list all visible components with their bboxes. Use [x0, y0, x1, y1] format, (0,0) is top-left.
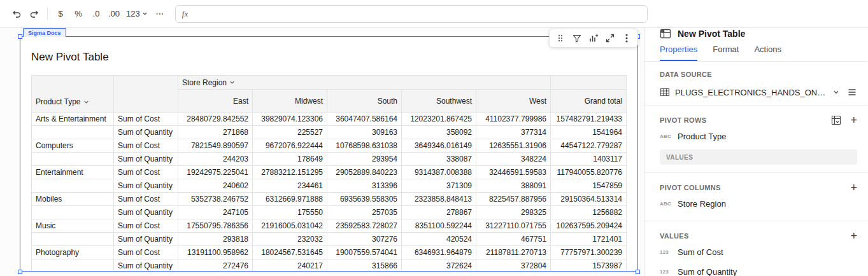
value-cell[interactable]: 102637595.209424 — [551, 219, 627, 233]
value-cell[interactable]: 12023201.867425 — [402, 113, 476, 126]
increase-decimal-button[interactable]: .00 — [105, 5, 123, 23]
row-category-cell[interactable] — [32, 179, 114, 193]
value-cell[interactable]: 13191100.958962 — [178, 246, 253, 259]
row-metric-cell[interactable]: Sum of Quantity — [114, 153, 178, 166]
chevron-down-icon[interactable] — [83, 99, 89, 105]
row-category-cell[interactable]: Mobiles — [32, 193, 114, 206]
value-cell[interactable]: 240602 — [178, 179, 253, 193]
row-category-cell[interactable] — [32, 126, 114, 139]
value-cell[interactable]: 371309 — [402, 179, 476, 193]
value-cell[interactable]: 377314 — [476, 126, 551, 139]
value-cell[interactable]: 21187811.270713 — [476, 246, 551, 259]
row-category-cell[interactable]: Photography — [32, 246, 114, 259]
value-cell[interactable]: 39829074.123306 — [253, 113, 327, 126]
element-menu-button[interactable] — [619, 31, 634, 46]
value-cell[interactable]: 257035 — [327, 206, 402, 219]
row-category-cell[interactable]: Music — [32, 219, 114, 233]
value-cell[interactable]: 117940055.820776 — [551, 166, 627, 179]
value-cell[interactable]: 315866 — [327, 259, 402, 272]
row-metric-cell[interactable]: Sum of Cost — [114, 166, 178, 179]
add-pivot-column-button[interactable]: + — [850, 182, 857, 193]
grand-total-column-header[interactable]: Grand total — [551, 90, 627, 113]
column-header[interactable]: West — [476, 90, 551, 113]
value-cell[interactable]: 247105 — [178, 206, 253, 219]
tab-properties[interactable]: Properties — [660, 39, 697, 61]
value-cell[interactable]: 21916005.031042 — [253, 219, 327, 233]
row-metric-cell[interactable]: Sum of Quantity — [114, 259, 178, 272]
pivot-layout-icon[interactable] — [831, 115, 841, 125]
value-cell[interactable]: 27883212.151295 — [253, 166, 327, 179]
row-metric-cell[interactable]: Sum of Cost — [114, 193, 178, 206]
value-cell[interactable]: 8225457.887956 — [476, 193, 551, 206]
column-header[interactable]: South — [327, 90, 402, 113]
field-item[interactable]: ABCStore Region — [660, 195, 857, 213]
value-cell[interactable]: 77757971.300239 — [551, 246, 627, 259]
value-cell[interactable]: 1721401 — [551, 233, 627, 246]
more-formats-button[interactable]: ⋯ — [151, 5, 169, 23]
create-child-chart-button[interactable] — [586, 31, 601, 46]
value-cell[interactable]: 388091 — [476, 179, 551, 193]
value-cell[interactable]: 7821549.890597 — [178, 139, 253, 153]
row-category-cell[interactable]: Computers — [32, 139, 114, 153]
chevron-down-icon[interactable] — [833, 89, 839, 95]
value-cell[interactable]: 29052889.840223 — [327, 166, 402, 179]
value-cell[interactable]: 6935639.558305 — [327, 193, 402, 206]
row-metric-cell[interactable]: Sum of Cost — [114, 246, 178, 259]
value-cell[interactable]: 10768598.631038 — [327, 139, 402, 153]
undo-button[interactable] — [8, 5, 25, 23]
column-header[interactable]: Southwest — [402, 90, 476, 113]
field-item[interactable]: ABCProduct Type — [660, 127, 857, 146]
value-cell[interactable]: 293954 — [327, 153, 402, 166]
row-category-cell[interactable] — [32, 259, 114, 272]
filter-button[interactable] — [569, 31, 585, 46]
value-cell[interactable]: 1256882 — [551, 206, 627, 219]
value-cell[interactable]: 157482791.219433 — [551, 113, 627, 126]
value-cell[interactable]: 178649 — [253, 153, 327, 166]
value-cell[interactable]: 348224 — [476, 153, 551, 166]
row-category-cell[interactable]: Entertainment — [32, 166, 114, 179]
value-cell[interactable]: 175550 — [253, 206, 327, 219]
value-cell[interactable]: 358092 — [402, 126, 476, 139]
value-cell[interactable]: 225527 — [253, 126, 327, 139]
value-cell[interactable]: 6312669.971888 — [253, 193, 327, 206]
data-source-row[interactable]: PLUGS_ELECTRONICS_HANDS_ON_LA... — [660, 87, 857, 97]
value-cell[interactable]: 19242975.225041 — [178, 166, 253, 179]
value-cell[interactable]: 5352738.246752 — [178, 193, 253, 206]
formula-input[interactable] — [194, 6, 641, 22]
value-cell[interactable]: 240217 — [253, 259, 327, 272]
field-item[interactable]: 123Sum of Cost — [660, 243, 857, 261]
value-cell[interactable]: 3649346.016149 — [402, 139, 476, 153]
value-cell[interactable]: 36047407.586164 — [327, 113, 402, 126]
value-cell[interactable]: 244203 — [178, 153, 253, 166]
value-cell[interactable]: 1573987 — [551, 259, 627, 272]
source-list-icon[interactable] — [847, 87, 857, 97]
value-cell[interactable]: 234461 — [253, 179, 327, 193]
value-cell[interactable]: 372624 — [402, 259, 476, 272]
decrease-decimal-button[interactable]: .0 — [87, 5, 105, 23]
value-cell[interactable]: 2323858.848413 — [402, 193, 476, 206]
tab-actions[interactable]: Actions — [754, 39, 781, 61]
value-cell[interactable]: 44547122.779287 — [551, 139, 627, 153]
value-cell[interactable]: 1541964 — [551, 126, 627, 139]
drag-handle[interactable] — [553, 31, 568, 46]
value-cell[interactable]: 9314387.008388 — [402, 166, 476, 179]
row-metric-cell[interactable]: Sum of Cost — [114, 139, 178, 153]
value-cell[interactable]: 307276 — [327, 233, 402, 246]
value-cell[interactable]: 232032 — [253, 233, 327, 246]
value-cell[interactable]: 28480729.842552 — [178, 113, 253, 126]
row-category-cell[interactable] — [32, 233, 114, 246]
chevron-down-icon[interactable] — [229, 79, 235, 85]
row-metric-cell[interactable]: Sum of Quantity — [114, 126, 178, 139]
value-cell[interactable]: 12635551.31906 — [476, 139, 551, 153]
value-cell[interactable]: 420524 — [402, 233, 476, 246]
pivot-table-element[interactable]: New Pivot Table Product Type — [20, 36, 638, 272]
row-category-cell[interactable] — [32, 206, 114, 219]
value-cell[interactable]: 8351100.592244 — [402, 219, 476, 233]
value-cell[interactable]: 309163 — [327, 126, 402, 139]
value-cell[interactable]: 9672076.922444 — [253, 139, 327, 153]
percent-format-button[interactable]: % — [69, 5, 87, 23]
doc-tag[interactable]: Sigma Docs — [23, 28, 66, 37]
tab-format[interactable]: Format — [713, 39, 739, 61]
value-cell[interactable]: 32446591.59583 — [476, 166, 551, 179]
row-metric-cell[interactable]: Sum of Quantity — [114, 206, 178, 219]
